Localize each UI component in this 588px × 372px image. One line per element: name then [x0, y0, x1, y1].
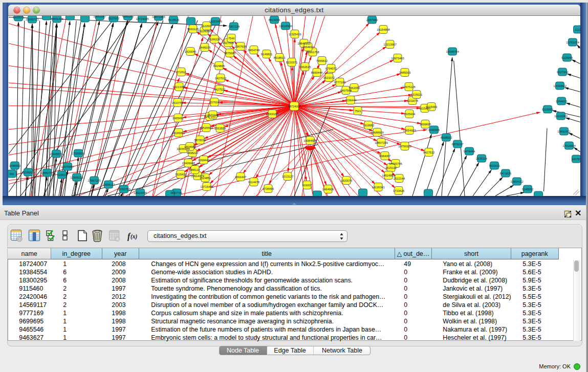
- svg-text:9777169: 9777169: [334, 81, 346, 84]
- svg-text:20206576: 20206576: [50, 152, 63, 156]
- svg-text:271812: 271812: [176, 71, 186, 74]
- svg-text:12975125: 12975125: [402, 85, 416, 89]
- svg-text:10671355: 10671355: [152, 16, 165, 18]
- svg-text:12156829: 12156829: [21, 171, 35, 174]
- svg-text:15692971: 15692971: [557, 130, 571, 133]
- svg-text:18640910: 18640910: [297, 42, 311, 45]
- svg-text:1405571: 1405571: [13, 16, 25, 19]
- svg-text:7521: 7521: [355, 110, 362, 113]
- svg-text:18807299: 18807299: [375, 141, 388, 144]
- svg-text:7632621: 7632621: [489, 164, 500, 167]
- svg-text:13226058: 13226058: [198, 30, 211, 33]
- svg-text:1610755: 1610755: [172, 101, 184, 104]
- svg-text:1615112: 1615112: [385, 166, 397, 169]
- svg-text:1420046: 1420046: [185, 50, 197, 53]
- svg-text:9084067: 9084067: [379, 155, 391, 158]
- svg-text:8471626: 8471626: [500, 172, 512, 175]
- svg-text:10973493: 10973493: [391, 57, 404, 60]
- svg-text:9115469: 9115469: [426, 105, 438, 108]
- svg-text:10653287: 10653287: [93, 16, 106, 18]
- svg-text:15409948: 15409948: [182, 162, 195, 165]
- svg-text:12093822: 12093822: [553, 84, 567, 87]
- svg-text:1446500: 1446500: [9, 164, 21, 167]
- svg-text:14120746: 14120746: [389, 162, 402, 165]
- svg-text:19218506: 19218506: [279, 25, 292, 28]
- svg-text:916007: 916007: [302, 184, 312, 187]
- svg-text:1244415: 1244415: [556, 100, 568, 103]
- svg-text:9114478: 9114478: [248, 181, 260, 184]
- svg-text:8186328: 8186328: [209, 38, 221, 41]
- svg-text:16053809: 16053809: [209, 20, 222, 23]
- svg-text:6966160: 6966160: [122, 16, 134, 18]
- svg-text:12923448: 12923448: [134, 191, 147, 194]
- svg-text:19756928: 19756928: [398, 145, 411, 148]
- svg-text:1362615: 1362615: [299, 65, 311, 69]
- svg-text:16548784: 16548784: [446, 50, 459, 53]
- svg-text:11325419: 11325419: [288, 33, 301, 36]
- svg-text:996122: 996122: [190, 168, 200, 171]
- svg-text:5878332: 5878332: [194, 139, 206, 142]
- svg-text:10958117: 10958117: [102, 183, 115, 186]
- svg-text:1122607: 1122607: [201, 25, 213, 28]
- svg-text:6879197: 6879197: [452, 143, 464, 146]
- svg-text:9427512: 9427512: [423, 151, 435, 154]
- svg-text:1535404: 1535404: [404, 113, 416, 116]
- svg-text:10975887: 10975887: [61, 165, 74, 168]
- svg-text:1527602: 1527602: [108, 17, 120, 20]
- svg-text:8220371: 8220371: [286, 61, 298, 64]
- svg-text:10654112: 10654112: [510, 180, 524, 183]
- svg-text:8454749: 8454749: [248, 49, 260, 52]
- svg-text:2036444: 2036444: [345, 99, 357, 102]
- svg-text:17957225: 17957225: [88, 179, 101, 182]
- svg-text:1916682: 1916682: [363, 124, 375, 127]
- svg-text:9327505: 9327505: [223, 41, 234, 45]
- svg-text:1464906: 1464906: [322, 188, 334, 191]
- svg-text:9657791: 9657791: [171, 191, 183, 194]
- svg-text:12213382: 12213382: [172, 85, 186, 89]
- svg-text:1448205: 1448205: [199, 46, 211, 49]
- svg-text:4427522: 4427522: [214, 88, 226, 91]
- svg-text:9245052: 9245052: [522, 188, 534, 191]
- svg-text:13535594: 13535594: [200, 126, 213, 129]
- svg-text:3875685: 3875685: [224, 52, 236, 55]
- svg-text:12942737: 12942737: [40, 171, 54, 174]
- svg-text:1664910: 1664910: [302, 46, 314, 49]
- svg-text:8938923: 8938923: [441, 136, 452, 139]
- svg-text:9227342: 9227342: [557, 71, 569, 74]
- svg-text:7357224: 7357224: [228, 25, 240, 28]
- svg-text:16154808: 16154808: [377, 28, 390, 31]
- svg-text:18724007: 18724007: [288, 105, 301, 108]
- svg-text:6794072: 6794072: [325, 67, 337, 70]
- svg-text:9329966: 9329966: [561, 56, 573, 59]
- svg-text:9474444: 9474444: [464, 150, 475, 153]
- svg-text:7546: 7546: [228, 37, 235, 40]
- svg-text:8424845: 8424845: [213, 64, 225, 68]
- svg-text:19166822: 19166822: [172, 132, 185, 135]
- svg-text:7955812: 7955812: [316, 59, 328, 62]
- svg-text:1524851: 1524851: [200, 177, 211, 180]
- svg-text:391: 391: [9, 172, 14, 176]
- svg-text:1013127: 1013127: [282, 175, 294, 178]
- svg-text:9498222: 9498222: [187, 151, 199, 155]
- svg-text:1733426: 1733426: [393, 189, 405, 192]
- svg-text:8115953: 8115953: [542, 108, 554, 111]
- svg-text:7515526: 7515526: [168, 18, 180, 21]
- svg-text:20691406: 20691406: [50, 17, 63, 20]
- svg-text:2087682: 2087682: [366, 18, 378, 21]
- svg-text:9699695: 9699695: [420, 123, 431, 126]
- svg-text:12213967: 12213967: [383, 43, 397, 46]
- svg-text:16961758: 16961758: [306, 51, 319, 54]
- svg-text:2967608: 2967608: [235, 45, 247, 48]
- svg-text:1920076: 1920076: [341, 179, 353, 182]
- svg-text:20055721: 20055721: [26, 18, 39, 21]
- svg-text:1216021: 1216021: [411, 93, 423, 96]
- svg-text:1553559: 1553559: [214, 127, 226, 130]
- svg-text:1736465: 1736465: [263, 187, 274, 190]
- svg-text:1112: 1112: [575, 28, 580, 31]
- svg-text:1099443: 1099443: [198, 159, 210, 162]
- svg-text:1404683: 1404683: [184, 145, 196, 148]
- svg-text:17016504: 17016504: [562, 144, 576, 147]
- svg-text:18300295: 18300295: [266, 113, 279, 116]
- svg-text:157004: 157004: [209, 101, 220, 104]
- svg-text:1427512: 1427512: [215, 77, 227, 80]
